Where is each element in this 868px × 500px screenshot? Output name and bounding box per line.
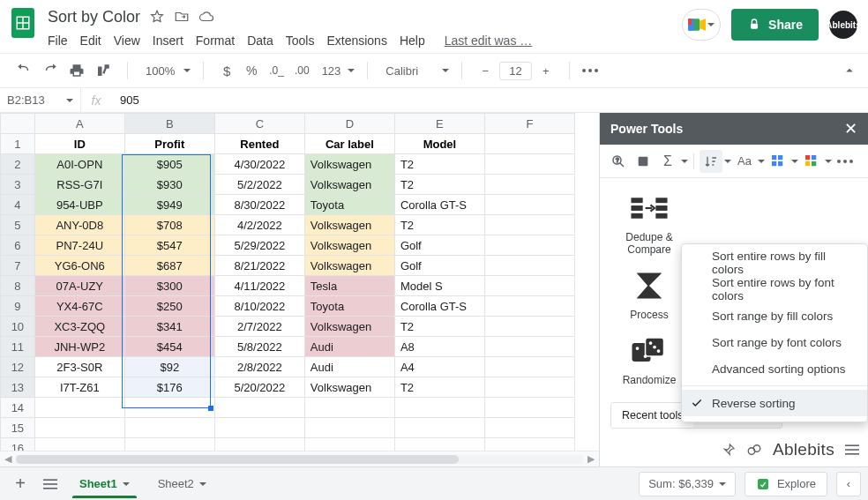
account-avatar[interactable]: Ablebits [829,11,857,39]
cell[interactable]: 2/7/2022 [214,317,304,337]
cell[interactable]: T2 [394,377,484,398]
menu-format[interactable]: Format [196,34,235,48]
row-header[interactable]: 6 [1,235,35,256]
number-format-dropdown[interactable]: 123 [317,64,355,78]
sort-icon[interactable] [700,150,722,173]
cell[interactable] [124,418,214,438]
cell[interactable]: XC3-ZQQ [34,317,124,337]
cell[interactable] [484,418,574,438]
cell[interactable]: $708 [124,215,214,235]
cell[interactable] [484,256,574,276]
cell[interactable] [214,418,304,438]
cell[interactable]: Toyota [304,195,394,215]
grid4-icon[interactable] [767,150,789,173]
zoom-dropdown[interactable]: 100% [135,64,196,78]
cell[interactable]: T2 [394,215,484,235]
cell[interactable] [484,276,574,296]
cell[interactable] [214,398,304,418]
star-icon[interactable] [149,9,165,25]
row-header[interactable]: 7 [1,256,35,276]
cell[interactable]: $250 [124,296,214,317]
row-header[interactable]: 1 [1,134,35,154]
panel-more-icon[interactable] [834,150,857,173]
cell[interactable]: Tesla [304,276,394,296]
quicksum-chip[interactable]: Sum: $6,339 [639,472,736,496]
add-sheet-button[interactable]: + [7,471,34,497]
cell[interactable]: A4 [394,357,484,377]
cell[interactable]: $930 [124,175,214,195]
cell[interactable]: $905 [124,154,214,175]
row-header[interactable]: 4 [1,195,35,215]
cell[interactable]: $92 [124,357,214,377]
print-button[interactable] [65,59,88,82]
cell[interactable]: 8/10/2022 [214,296,304,317]
cell[interactable]: 4/30/2022 [214,154,304,175]
row-header[interactable]: 12 [1,357,35,377]
cell[interactable]: T2 [394,154,484,175]
tile-dedupe[interactable]: Dedupe & Compare [610,190,688,256]
explore-button[interactable]: Explore [745,472,827,496]
row-header[interactable]: 15 [1,418,35,438]
header-cell[interactable]: Rented [214,134,304,154]
share-button[interactable]: Share [731,9,819,41]
menu-data[interactable]: Data [247,34,273,48]
cell[interactable]: A8 [394,337,484,357]
col-header-B[interactable]: B [124,114,214,134]
col-header-A[interactable]: A [34,114,124,134]
undo-button[interactable] [12,59,35,82]
row-header[interactable]: 5 [1,215,35,235]
toolbar-overflow[interactable] [577,69,603,72]
cell[interactable]: RSS-G7I [34,175,124,195]
row-header[interactable]: 8 [1,276,35,296]
font-dropdown[interactable]: Calibri [375,64,454,78]
cell[interactable]: Toyota [304,296,394,317]
cell[interactable]: 5/20/2022 [214,377,304,398]
header-cell[interactable]: Car label [304,134,394,154]
header-cell[interactable]: Model [394,134,484,154]
panel-menu-icon[interactable] [845,444,859,456]
col-header-F[interactable]: F [484,114,574,134]
help-icon[interactable] [746,442,762,458]
cell[interactable] [484,357,574,377]
cell[interactable] [484,377,574,398]
menu-view[interactable]: View [114,34,140,48]
pin-icon[interactable] [722,443,736,457]
sheet-tab-2[interactable]: Sheet2 [146,471,219,497]
panel-close-button[interactable]: ✕ [844,119,857,138]
cell[interactable] [394,418,484,438]
menu-extensions[interactable]: Extensions [326,34,386,48]
all-sheets-button[interactable] [37,471,64,497]
cell[interactable]: 5/8/2022 [214,337,304,357]
menu-edit[interactable]: Edit [80,34,101,48]
smart-toolbar-icon[interactable]: ? [607,150,630,173]
cell[interactable]: Volkswagen [304,154,394,175]
cell[interactable]: 5/2/2022 [214,175,304,195]
cell[interactable] [124,398,214,418]
cell[interactable]: Corolla GT-S [394,296,484,317]
menu-tools[interactable]: Tools [286,34,315,48]
cell[interactable]: 8/21/2022 [214,256,304,276]
cell[interactable]: 954-UBP [34,195,124,215]
select-all-corner[interactable] [1,114,35,134]
grid-colored-icon[interactable] [800,150,823,173]
horizontal-scrollbar[interactable]: ◀ ▶ [0,451,599,466]
selection-handle[interactable] [208,406,213,411]
cell[interactable] [304,418,394,438]
menu-sort-range-fill[interactable]: Sort range by fill colors [682,302,867,329]
cell[interactable] [484,235,574,256]
menu-insert[interactable]: Insert [153,34,183,48]
cell[interactable]: A0I-OPN [34,154,124,175]
cell[interactable]: 5/29/2022 [214,235,304,256]
tile-randomize[interactable]: Randomize [610,333,688,386]
menu-sort-range-font[interactable]: Sort range by font colors [682,329,867,355]
cell[interactable]: 8/30/2022 [214,195,304,215]
cell[interactable] [484,317,574,337]
menu-sort-rows-fill[interactable]: Sort entire rows by fill colors [682,250,867,276]
cell[interactable] [484,215,574,235]
header-cell[interactable]: Profit [124,134,214,154]
cell[interactable] [304,398,394,418]
cell[interactable]: Volkswagen [304,175,394,195]
doc-title[interactable]: Sort by Color [48,8,140,26]
menu-reverse-sorting[interactable]: Reverse sorting [682,390,867,416]
cell[interactable]: Audi [304,337,394,357]
